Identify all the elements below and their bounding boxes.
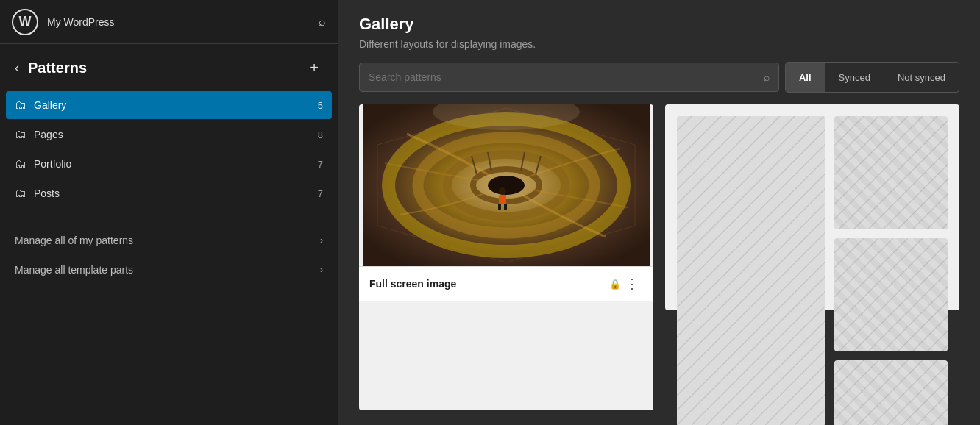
svg-rect-15 (677, 116, 825, 425)
placeholder-diagonal-svg-2 (834, 116, 948, 229)
nav-item-count: 7 (318, 159, 323, 170)
pattern-card-footer: Full screen image 🔒 ⋮ (359, 266, 653, 301)
patterns-grid: Full screen image 🔒 ⋮ (338, 104, 980, 425)
folder-icon: 🗂 (15, 187, 26, 200)
filter-buttons: All Synced Not synced (785, 62, 959, 93)
nav-item-pages[interactable]: 🗂 Pages 8 (6, 121, 332, 149)
nav-item-label: Posts (34, 188, 310, 199)
chevron-right-icon: › (320, 235, 323, 246)
placeholder-block-top-right (834, 116, 948, 229)
wordpress-logo: W (12, 9, 38, 35)
placeholder-diagonal-svg-3 (834, 238, 948, 351)
folder-icon: 🗂 (15, 157, 26, 171)
patterns-title: Patterns (28, 60, 297, 76)
add-icon: + (310, 60, 319, 76)
back-button[interactable]: ‹ (12, 57, 22, 79)
nav-item-count: 5 (318, 100, 323, 111)
main-content: Gallery Different layouts for displaying… (338, 0, 980, 425)
placeholder-right-column (834, 116, 948, 425)
search-box[interactable]: ⌕ (359, 63, 779, 92)
lock-icon: 🔒 (609, 279, 621, 290)
manage-my-patterns-label: Manage all of my patterns (15, 235, 133, 246)
svg-rect-16 (834, 116, 948, 229)
svg-rect-17 (834, 238, 948, 351)
pattern-more-button[interactable]: ⋮ (621, 274, 643, 293)
back-icon: ‹ (15, 60, 19, 76)
nav-item-label: Portfolio (34, 158, 310, 170)
nav-list: 🗂 Gallery 5 🗂 Pages 8 🗂 Portfolio 7 🗂 Po… (0, 91, 338, 209)
svg-rect-13 (504, 204, 507, 210)
svg-point-10 (499, 188, 506, 195)
search-input[interactable] (369, 71, 764, 83)
site-name: My WordPress (47, 16, 319, 28)
placeholder-block-main (677, 116, 825, 425)
pattern-preview-image (359, 104, 653, 266)
header-search-icon[interactable]: ⌕ (319, 15, 326, 29)
nav-item-portfolio[interactable]: 🗂 Portfolio 7 (6, 150, 332, 178)
folder-icon: 🗂 (15, 128, 26, 141)
sidebar: W My WordPress ⌕ ‹ Patterns + 🗂 Gallery … (0, 0, 338, 425)
nav-item-label: Pages (34, 129, 310, 140)
svg-rect-11 (499, 195, 506, 204)
filter-synced-button[interactable]: Synced (825, 63, 884, 92)
filter-not-synced-button[interactable]: Not synced (884, 63, 959, 92)
svg-rect-18 (834, 360, 948, 425)
nav-item-label: Gallery (34, 99, 310, 111)
manage-my-patterns-link[interactable]: Manage all of my patterns › (6, 227, 332, 254)
chevron-right-icon: › (320, 265, 323, 275)
nav-item-count: 8 (318, 129, 323, 140)
toolbar: ⌕ All Synced Not synced (338, 62, 980, 104)
nav-item-count: 7 (318, 188, 323, 199)
content-header: Gallery Different layouts for displaying… (338, 0, 980, 62)
sidebar-header: W My WordPress ⌕ (0, 0, 338, 44)
patterns-section-header: ‹ Patterns + (0, 44, 338, 91)
nav-divider (6, 218, 332, 218)
placeholder-diagonal-svg-4 (834, 360, 948, 425)
svg-point-5 (488, 176, 525, 195)
pattern-card-full-screen-image[interactable]: Full screen image 🔒 ⋮ (359, 104, 653, 410)
manage-template-parts-label: Manage all template parts (15, 264, 133, 276)
filter-all-button[interactable]: All (786, 63, 825, 92)
placeholder-diagonal-svg (677, 116, 825, 425)
manage-template-parts-link[interactable]: Manage all template parts › (6, 257, 332, 283)
svg-rect-12 (498, 204, 501, 210)
placeholder-block-middle-right (834, 238, 948, 351)
pattern-card-placeholder[interactable] (665, 104, 959, 310)
add-pattern-button[interactable]: + (302, 56, 326, 79)
pattern-name: Full screen image (369, 278, 605, 290)
folder-icon: 🗂 (15, 99, 26, 112)
placeholder-block-bottom-right (834, 360, 948, 425)
search-icon: ⌕ (764, 71, 770, 83)
spiral-stairs-svg (359, 104, 653, 266)
nav-item-gallery[interactable]: 🗂 Gallery 5 (6, 91, 332, 119)
nav-item-posts[interactable]: 🗂 Posts 7 (6, 179, 332, 207)
page-subtitle: Different layouts for displaying images. (359, 38, 959, 50)
page-title: Gallery (359, 15, 959, 34)
manage-links-section: Manage all of my patterns › Manage all t… (0, 227, 338, 286)
